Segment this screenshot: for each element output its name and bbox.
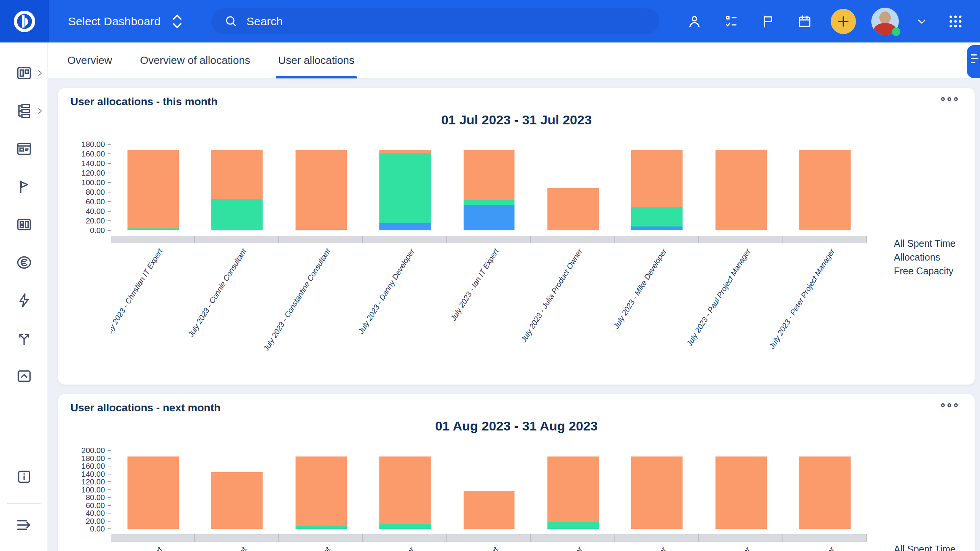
bar-segment-all-spent-time[interactable]: [379, 223, 431, 230]
bar-segment-all-spent-time[interactable]: [631, 227, 683, 230]
y-tick-mark: [108, 230, 111, 231]
x-category-label: July 2023 - Mike Developer: [612, 247, 668, 331]
panel-menu-button[interactable]: [941, 403, 958, 407]
add-button[interactable]: [831, 9, 856, 34]
bar-9[interactable]: [799, 150, 851, 230]
bar-7[interactable]: [631, 150, 683, 230]
checklist-icon[interactable]: [720, 11, 742, 32]
bar-1[interactable]: [127, 456, 179, 529]
chart-legend: All Spent TimeAllocationsFree Capacity: [867, 542, 962, 551]
tab-overview-of-allocations[interactable]: Overview of allocations: [140, 42, 250, 78]
y-tick-mark: [108, 211, 111, 212]
bar-segment-free-capacity[interactable]: [799, 150, 851, 230]
sidebar-item-workflow[interactable]: [0, 319, 48, 357]
account-chevron-down-icon[interactable]: [914, 11, 929, 32]
bar-segment-allocations[interactable]: [379, 524, 431, 529]
bar-segment-free-capacity[interactable]: [799, 456, 851, 529]
bar-segment-free-capacity[interactable]: [547, 456, 599, 522]
legend-item-free-capacity[interactable]: Free Capacity: [894, 264, 962, 278]
bar-segment-free-capacity[interactable]: [211, 150, 263, 199]
x-category-label: July 2023 - Christian IT Expert: [111, 247, 164, 339]
legend-item-all-spent-time[interactable]: All Spent Time: [894, 236, 962, 250]
user-icon[interactable]: [684, 11, 705, 32]
bar-9[interactable]: [799, 456, 851, 529]
bar-6[interactable]: [547, 188, 599, 230]
y-tick-label: 20.00: [86, 217, 105, 225]
y-tick-label: 80.00: [86, 188, 105, 197]
bar-1[interactable]: [127, 150, 179, 230]
bar-segment-free-capacity[interactable]: [631, 456, 683, 529]
tab-label: User allocations: [278, 54, 354, 67]
bar-segment-free-capacity[interactable]: [464, 491, 515, 529]
sidebar-item-projects[interactable]: [0, 130, 48, 168]
x-category-label: August 2023 - Ian IT Expert: [443, 546, 500, 551]
sidebar-item-info[interactable]: [0, 468, 48, 486]
bar-segment-free-capacity[interactable]: [464, 150, 515, 200]
x-scrollbar[interactable]: [111, 236, 867, 243]
x-category-label: August 2023 - Christian IT Expert: [111, 546, 164, 551]
bar-8[interactable]: [715, 150, 767, 230]
bar-2[interactable]: [211, 472, 263, 529]
sidebar-item-hierarchy[interactable]: [0, 92, 48, 130]
sidebar-item-milestones[interactable]: [0, 168, 48, 205]
bar-segment-free-capacity[interactable]: [379, 150, 431, 153]
bar-6[interactable]: [547, 456, 599, 529]
dashboard-content: User allocations - this month 01 Jul 202…: [48, 78, 980, 551]
bar-segment-allocations[interactable]: [631, 207, 683, 227]
bar-5[interactable]: [464, 491, 515, 529]
bar-segment-free-capacity[interactable]: [715, 150, 767, 230]
sidebar-item-money[interactable]: [0, 243, 48, 281]
bar-2[interactable]: [211, 150, 263, 230]
x-scrollbar[interactable]: [111, 534, 867, 542]
bar-4[interactable]: [379, 456, 431, 529]
bar-segment-allocations[interactable]: [127, 228, 179, 230]
bar-segment-free-capacity[interactable]: [631, 150, 683, 207]
app-logo[interactable]: [0, 0, 49, 42]
flag-icon[interactable]: [757, 11, 779, 32]
bar-7[interactable]: [631, 456, 683, 529]
bar-segment-allocations[interactable]: [464, 200, 515, 205]
bar-3[interactable]: [296, 150, 347, 230]
bar-segment-allocations[interactable]: [211, 199, 263, 231]
sidebar-item-archive[interactable]: [0, 357, 48, 395]
panel-menu-button[interactable]: [941, 97, 958, 101]
bar-segment-allocations[interactable]: [296, 526, 347, 529]
bar-segment-all-spent-time[interactable]: [464, 205, 515, 231]
sidebar-item-dashboards[interactable]: [0, 54, 48, 92]
calendar-icon[interactable]: [794, 11, 815, 32]
bar-segment-allocations[interactable]: [379, 153, 431, 223]
legend-item-allocations[interactable]: Allocations: [894, 250, 962, 264]
y-tick-label: 120.00: [82, 169, 105, 178]
bar-segment-free-capacity[interactable]: [296, 456, 347, 525]
tab-user-allocations[interactable]: User allocations: [278, 42, 354, 78]
sidebar-item-boards[interactable]: [0, 205, 48, 243]
bar-4[interactable]: [379, 150, 431, 230]
filters-edge-tab[interactable]: [967, 45, 980, 78]
sidebar-item-quick-actions[interactable]: [0, 281, 48, 319]
bar-segment-free-capacity[interactable]: [547, 188, 599, 230]
legend-item-all-spent-time[interactable]: All Spent Time: [894, 542, 962, 551]
bar-8[interactable]: [715, 456, 767, 529]
x-category-label: August 2023 - Danny Developer: [351, 546, 416, 551]
y-tick-mark: [108, 521, 111, 522]
tab-overview[interactable]: Overview: [67, 42, 112, 78]
y-tick-mark: [108, 497, 111, 498]
bar-segment-free-capacity[interactable]: [715, 456, 767, 529]
collapse-menu-button[interactable]: [0, 515, 48, 535]
dashboard-selector[interactable]: Select Dashboard: [68, 13, 184, 30]
user-avatar[interactable]: [871, 8, 899, 35]
apps-grid-icon[interactable]: [945, 11, 966, 32]
y-tick-label: 60.00: [86, 197, 105, 206]
collapse-menu-icon: [15, 515, 34, 535]
search-input[interactable]: Search: [211, 8, 659, 34]
bar-segment-free-capacity[interactable]: [379, 456, 431, 524]
bar-segment-free-capacity[interactable]: [127, 456, 179, 529]
bar-segment-allocations[interactable]: [547, 522, 599, 529]
bar-5[interactable]: [464, 150, 515, 230]
bar-3[interactable]: [296, 456, 347, 529]
bar-segment-free-capacity[interactable]: [296, 150, 347, 230]
y-tick-mark: [108, 481, 111, 482]
bar-segment-free-capacity[interactable]: [127, 150, 179, 228]
bar-segment-free-capacity[interactable]: [211, 472, 263, 529]
bar-segment-all-spent-time[interactable]: [296, 230, 347, 231]
